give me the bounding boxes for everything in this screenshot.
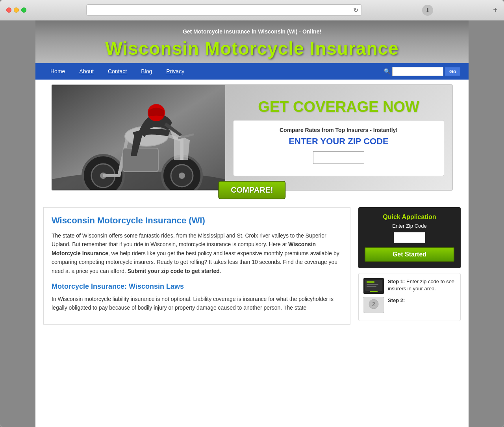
step-widget: Step 1: Enter zip code to see insurers i… [358, 273, 461, 321]
url-input[interactable] [90, 7, 351, 13]
search-input[interactable] [392, 67, 443, 76]
site-header: Get Motorcycle Insurance in Wisconsin (W… [35, 20, 469, 63]
svg-rect-17 [370, 291, 378, 292]
minimize-button[interactable] [14, 7, 19, 13]
traffic-lights [6, 7, 26, 13]
article-heading-2: Motorcycle Insurance: Wisconsin Laws [52, 282, 342, 291]
download-icon: ⬇ [422, 5, 433, 16]
article-paragraph-2: In Wisconsin motorcycle liability insura… [52, 295, 342, 312]
reload-icon[interactable]: ↻ [353, 6, 358, 14]
go-button[interactable]: Go [445, 67, 461, 76]
step-2-thumb: 2 [363, 297, 384, 313]
content-right: Quick Application Enter Zip Code Get Sta… [358, 207, 461, 325]
hero-zip-input[interactable] [313, 151, 364, 164]
maximize-button[interactable] [21, 7, 26, 13]
step-1-item: Step 1: Enter zip code to see insurers i… [363, 278, 456, 294]
svg-rect-16 [367, 286, 376, 287]
nav-about[interactable]: About [72, 64, 101, 78]
hero-banner: GET COVERAGE NOW Compare Rates from Top … [51, 84, 453, 191]
search-icon: 🔍 [384, 68, 391, 74]
hero-right: GET COVERAGE NOW Compare Rates from Top … [225, 85, 452, 190]
site-tagline: Get Motorcycle Insurance in Wisconsin (W… [43, 28, 461, 35]
close-button[interactable] [6, 7, 11, 13]
svg-rect-14 [367, 281, 374, 283]
nav-bar: Home About Contact Blog Privacy 🔍 Go [35, 63, 469, 80]
step-1-text: Step 1: Enter zip code to see insurers i… [388, 278, 456, 292]
cta-bold: Submit your zip code to get started [128, 268, 220, 274]
step-1-thumb [363, 278, 384, 294]
hero-headline: GET COVERAGE NOW [258, 99, 419, 115]
step-2-text: Step 2: [388, 297, 405, 304]
svg-rect-15 [367, 284, 378, 285]
article-heading-1: Wisconsin Motorcycle Insurance (WI) [52, 215, 342, 226]
nav-privacy[interactable]: Privacy [159, 64, 191, 78]
content-left: Wisconsin Motorcycle Insurance (WI) The … [43, 207, 350, 325]
get-started-button[interactable]: Get Started [365, 247, 454, 262]
quick-app-title: Quick Application [365, 214, 454, 221]
browser-content: Get Motorcycle Insurance in Wisconsin (W… [0, 20, 504, 427]
svg-rect-8 [123, 148, 158, 172]
hero-image [52, 85, 225, 191]
svg-text:2: 2 [372, 301, 375, 307]
site-title: Wisconsin Motorcycle Insurance [43, 38, 461, 59]
hero-card: Compare Rates from Top Insurers - Instan… [233, 120, 444, 176]
new-tab-button[interactable]: + [493, 6, 498, 15]
browser-window: ↻ ⬇ + Get Motorcycle Insurance in Wiscon… [0, 0, 504, 427]
nav-home[interactable]: Home [43, 64, 72, 78]
hero-subtitle: Compare Rates from Top Insurers - Instan… [241, 127, 436, 133]
nav-contact[interactable]: Contact [101, 64, 134, 78]
quick-app-widget: Quick Application Enter Zip Code Get Sta… [358, 207, 461, 268]
svg-point-7 [179, 173, 185, 179]
nav-blog[interactable]: Blog [134, 64, 159, 78]
browser-titlebar: ↻ ⬇ + [0, 0, 504, 20]
article-paragraph-1: The state of Wisconsin offers some fanta… [52, 231, 342, 275]
step-2-item: 2 Step 2: [363, 297, 456, 313]
hero-zip-label: ENTER YOUR ZIP CODE [241, 136, 436, 147]
nav-search: 🔍 Go [384, 67, 461, 76]
website-wrapper: Get Motorcycle Insurance in Wisconsin (W… [35, 20, 469, 427]
quick-app-label: Enter Zip Code [365, 223, 454, 229]
nav-links: Home About Contact Blog Privacy [43, 64, 191, 78]
quick-app-zip-input[interactable] [394, 232, 425, 243]
address-bar: ↻ [86, 4, 362, 16]
hero-section: GET COVERAGE NOW Compare Rates from Top … [43, 84, 461, 191]
main-content: Wisconsin Motorcycle Insurance (WI) The … [35, 195, 469, 332]
motorcycle-illustration [52, 85, 225, 191]
compare-button[interactable]: COMPARE! [218, 181, 285, 199]
